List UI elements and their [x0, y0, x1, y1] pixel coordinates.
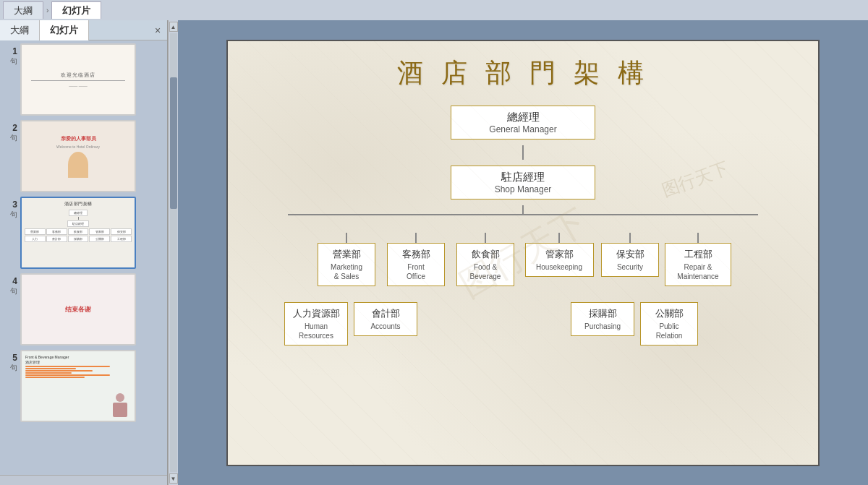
list-item: 1 句 欢迎光临酒店 —— ——	[3, 43, 164, 116]
main-area: 大綱 幻灯片 × 1 句 欢迎光临酒店 —— ——	[0, 20, 868, 485]
thumb3-dept-2: 客務部	[46, 228, 67, 235]
sm-dept-connector	[288, 205, 758, 227]
slide-thumbnail-1[interactable]: 欢迎光临酒店 —— ——	[20, 43, 136, 116]
thumb2-subtitle: Welcome to Hotel Ordinary	[56, 145, 100, 149]
sm-cn-label: 駐店經理	[463, 171, 583, 184]
thumb3-chart-title: 酒店部門架構	[64, 201, 93, 207]
panel-scrollbar[interactable]: ▲ ▼	[168, 20, 178, 485]
thumb4-text: 结束各谢	[65, 305, 91, 314]
scroll-up-button[interactable]: ▲	[169, 22, 178, 32]
slide-list: 1 句 欢迎光临酒店 —— —— 2 句 亲爱的人	[0, 40, 167, 475]
dept-box-accounts: 會計部 Accounts	[354, 302, 417, 336]
thumb3-dept-7: 會計部	[46, 236, 67, 242]
thumb5-figure	[113, 393, 127, 416]
top-tab-bar: 大綱 › 幻灯片	[0, 0, 868, 20]
dept-col-3: 飲食部 Food &Beverage	[454, 233, 517, 286]
dept-col-2: 客務部 FrontOffice	[384, 233, 448, 286]
panel-tab-slides[interactable]: 幻灯片	[40, 20, 89, 40]
dept-col-1: 營業部 Marketing& Sales	[315, 233, 378, 286]
sm-en-label: Shop Manager	[463, 184, 583, 194]
slide-number-2: 2	[12, 123, 17, 133]
scroll-thumb	[170, 77, 177, 209]
gm-cn-label: 總經理	[463, 111, 583, 124]
thumb1-title: 欢迎光临酒店	[31, 72, 125, 81]
branch-top-line	[522, 205, 524, 214]
gm-en-label: General Manager	[463, 124, 583, 134]
panel-tab-outline[interactable]: 大綱	[0, 20, 40, 40]
dept-col-5: 保安部 Security	[601, 233, 659, 286]
slide-thumbnail-3[interactable]: 酒店部門架構 總經理 駐店經理 營業部 客務部 飲食部 管家部 保安部	[20, 197, 136, 269]
slide-thumbnail-2[interactable]: 亲爱的人事部员 Welcome to Hotel Ordinary	[20, 120, 136, 192]
branch-h-line	[288, 214, 758, 215]
dept-box-marketing: 營業部 Marketing& Sales	[318, 243, 375, 286]
tab-separator: ›	[46, 7, 48, 14]
left-panel: 大綱 幻灯片 × 1 句 欢迎光临酒店 —— ——	[0, 20, 168, 485]
list-item: 5 句 Front & Beverage Manager酒店管理	[3, 350, 164, 422]
thumb2-title: 亲爱的人事部员	[61, 135, 96, 142]
thumb3-gm-box: 總經理	[69, 210, 88, 216]
dept-box-pr: 公關部 PublicRelation	[640, 302, 698, 345]
list-item: 4 句 结束各谢	[3, 273, 164, 345]
tab-outline[interactable]: 大綱	[3, 1, 43, 19]
thumb3-v-line	[78, 217, 79, 220]
slide-number-1: 1	[12, 46, 17, 56]
thumb5-lines	[25, 366, 110, 378]
gm-sm-connector	[522, 145, 524, 160]
slide-canvas: 图行天下 图行天下 酒 店 部 門 架 構 總經理 General Manage…	[178, 20, 868, 485]
thumb3-dept-8: 採購部	[68, 236, 89, 242]
thumb-content-1: 欢迎光临酒店 —— ——	[22, 45, 135, 114]
thumb3-dept-10: 工程部	[111, 236, 132, 242]
thumb3-dept-6: 人力	[25, 236, 46, 242]
thumb-content-3: 酒店部門架構 總經理 駐店經理 營業部 客務部 飲食部 管家部 保安部	[22, 198, 135, 267]
tab-slides[interactable]: 幻灯片	[51, 1, 101, 19]
thumb-content-5: Front & Beverage Manager酒店管理	[22, 351, 135, 421]
thumb3-dept-4: 管家部	[89, 228, 110, 235]
slide-number-5: 5	[12, 353, 17, 363]
thumb3-dept-9: 公關部	[89, 236, 110, 242]
panel-tab-bar: 大綱 幻灯片 ×	[0, 20, 167, 40]
slide-number-4: 4	[12, 276, 17, 286]
dept-box-fb: 飲食部 Food &Beverage	[456, 243, 514, 286]
dept-col-4: 管家部 Housekeeping	[523, 233, 595, 286]
thumb3-dept-1: 營業部	[25, 228, 46, 235]
slide-number-3: 3	[12, 199, 17, 210]
dept-row2: 人力資源部 HumanResources 會計部 Accounts 採購部	[284, 302, 698, 345]
dept-row2-area: 人力資源部 HumanResources 會計部 Accounts 採購部	[284, 302, 762, 345]
org-chart: 總經理 General Manager 駐店經理 Shop Manager	[242, 106, 804, 345]
horizontal-scrollbar	[0, 475, 167, 485]
slide-subnum-4: 句	[10, 286, 17, 296]
dept-row1-connectors: 營業部 Marketing& Sales 客務部 FrontOffice	[284, 233, 762, 286]
scroll-track	[170, 33, 177, 472]
dept-box-purchasing: 採購部 Purchasing	[571, 302, 634, 336]
slide-subnum-1: 句	[10, 56, 17, 66]
dept-box-security: 保安部 Security	[601, 243, 659, 277]
thumb3-dept-5: 保安部	[111, 228, 132, 235]
slide-subnum-3: 句	[10, 210, 17, 220]
dept-box-housekeeping: 管家部 Housekeeping	[525, 243, 594, 277]
panel-close-button[interactable]: ×	[151, 24, 164, 37]
dept-box-frontoffice: 客務部 FrontOffice	[387, 243, 445, 286]
slide-title: 酒 店 部 門 架 構	[397, 56, 650, 91]
thumb3-dept-3: 飲食部	[68, 228, 89, 235]
sm-box: 駐店經理 Shop Manager	[451, 166, 595, 199]
thumb3-dept-grid: 營業部 客務部 飲食部 管家部 保安部 人力 會計部 採購部 公關部 工程部	[25, 228, 132, 242]
slide-thumbnail-5[interactable]: Front & Beverage Manager酒店管理	[20, 350, 136, 422]
list-item: 3 句 酒店部門架構 總經理 駐店經理 營業部 客務部	[3, 197, 164, 269]
slide-thumbnail-4[interactable]: 结束各谢	[20, 273, 136, 345]
slide-subnum-2: 句	[10, 133, 17, 143]
dept-box-engineering: 工程部 Repair &Maintenance	[665, 243, 731, 286]
dept-col-6: 工程部 Repair &Maintenance	[665, 233, 731, 286]
main-slide: 图行天下 图行天下 酒 店 部 門 架 構 總經理 General Manage…	[226, 40, 820, 466]
slide-subnum-5: 句	[10, 363, 17, 373]
thumb1-subtitle: —— ——	[69, 84, 88, 88]
thumb2-figure	[68, 152, 88, 178]
thumb-content-2: 亲爱的人事部员 Welcome to Hotel Ordinary	[22, 121, 135, 191]
dept-box-hr: 人力資源部 HumanResources	[284, 302, 348, 345]
thumb5-title: Front & Beverage Manager酒店管理	[25, 355, 69, 364]
thumb3-sm-box: 駐店經理	[67, 220, 89, 227]
thumb-content-4: 结束各谢	[22, 275, 135, 344]
list-item: 2 句 亲爱的人事部员 Welcome to Hotel Ordinary	[3, 120, 164, 192]
gm-box: 總經理 General Manager	[451, 106, 595, 140]
scroll-down-button[interactable]: ▼	[169, 473, 178, 484]
